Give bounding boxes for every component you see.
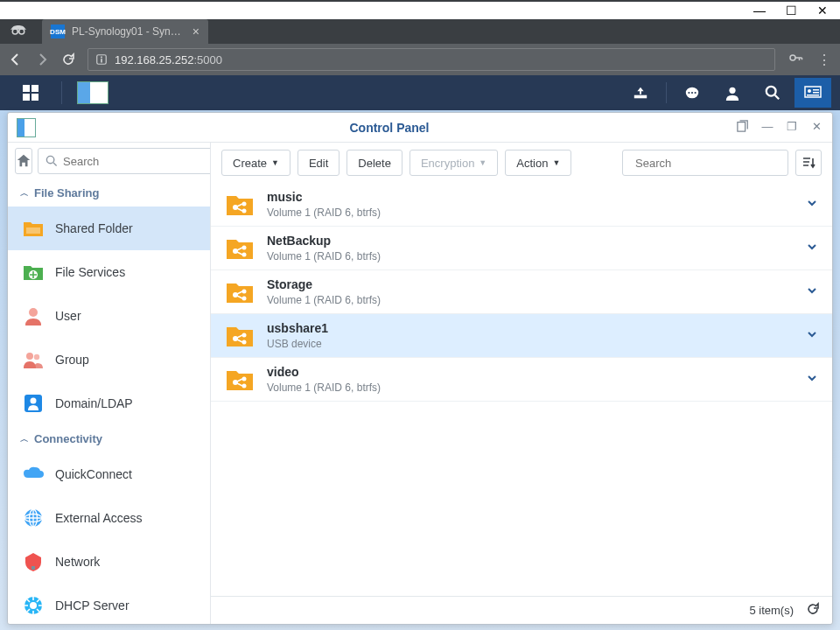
key-icon[interactable]: [788, 50, 803, 69]
window-app-icon: [17, 118, 36, 137]
sidebar: ︿ File Sharing Shared Folder File Servic…: [8, 143, 211, 624]
main-panel: Create▼ Edit Delete Encryption▼ Action▼ …: [211, 143, 832, 624]
svg-point-37: [233, 205, 238, 210]
status-bar: 5 item(s): [211, 596, 832, 624]
svg-point-40: [233, 248, 238, 254]
folder-name: Storage: [267, 277, 794, 291]
search-button[interactable]: [754, 78, 791, 108]
svg-rect-34: [32, 566, 35, 570]
sort-settings-button[interactable]: [795, 150, 822, 176]
window-maximize-button[interactable]: ❐: [785, 120, 799, 135]
upload-button[interactable]: [622, 78, 659, 108]
svg-point-36: [30, 602, 37, 609]
sidebar-search-input[interactable]: [63, 155, 210, 168]
svg-point-1: [19, 29, 24, 34]
delete-button[interactable]: Delete: [346, 150, 402, 176]
chevron-down-icon[interactable]: [806, 328, 818, 343]
taskbar-control-panel[interactable]: [71, 78, 115, 108]
chevron-down-icon[interactable]: [806, 284, 818, 299]
refresh-button[interactable]: [806, 602, 820, 619]
svg-point-28: [34, 354, 39, 360]
dsm-desktop: Control Panel — ❐ ✕: [0, 110, 840, 630]
folder-name: video: [267, 365, 794, 379]
window-help-icon[interactable]: [736, 120, 750, 135]
svg-point-23: [46, 156, 53, 163]
svg-rect-10: [634, 95, 647, 99]
folder-subtitle: Volume 1 (RAID 6, btrfs): [267, 206, 794, 219]
widgets-button[interactable]: [794, 78, 831, 108]
svg-point-42: [242, 252, 247, 256]
section-header-file-sharing[interactable]: ︿ File Sharing: [8, 179, 210, 206]
encryption-button[interactable]: Encryption▼: [410, 150, 498, 176]
svg-point-43: [233, 292, 238, 298]
chevron-down-icon[interactable]: [806, 197, 818, 212]
folder-row[interactable]: musicVolume 1 (RAID 6, btrfs): [211, 183, 832, 227]
sidebar-item-shared-folder[interactable]: Shared Folder: [8, 206, 210, 250]
nav-reload-button[interactable]: [61, 52, 75, 66]
svg-point-16: [766, 87, 776, 96]
svg-point-50: [242, 376, 247, 381]
sidebar-item-user[interactable]: User: [8, 294, 210, 338]
sidebar-item-dhcp-server[interactable]: DHCP Server: [8, 584, 210, 624]
sidebar-item-quickconnect[interactable]: QuickConnect: [8, 452, 210, 496]
svg-point-51: [242, 383, 247, 388]
svg-point-48: [242, 340, 247, 344]
main-menu-button[interactable]: [9, 78, 52, 108]
sidebar-item-label: Shared Folder: [55, 221, 133, 235]
window-minimize-icon[interactable]: —: [754, 5, 765, 16]
chevron-down-icon[interactable]: [806, 241, 818, 256]
sidebar-item-network[interactable]: Network: [8, 540, 210, 584]
shared-folder-icon: [22, 217, 45, 240]
folder-name: usbshare1: [267, 321, 794, 335]
notifications-button[interactable]: [674, 78, 710, 108]
toolbar-search-input[interactable]: [635, 157, 782, 170]
chevron-down-icon[interactable]: [806, 372, 818, 387]
sidebar-item-label: QuickConnect: [55, 467, 132, 481]
tab-favicon-icon: DSM: [51, 24, 65, 38]
folder-row[interactable]: StorageVolume 1 (RAID 6, btrfs): [211, 270, 832, 314]
address-text: 192.168.25.252:5000: [115, 53, 222, 66]
edit-button[interactable]: Edit: [298, 150, 340, 176]
folder-subtitle: USB device: [267, 338, 794, 350]
window-maximize-icon[interactable]: ☐: [786, 5, 796, 16]
incognito-icon: [10, 23, 26, 38]
sidebar-search[interactable]: [38, 148, 211, 174]
main-toolbar: Create▼ Edit Delete Encryption▼ Action▼: [211, 143, 832, 183]
nav-back-button[interactable]: [9, 52, 23, 66]
toolbar-search[interactable]: [622, 150, 788, 176]
chevron-up-icon: ︿: [20, 187, 29, 200]
address-bar[interactable]: 192.168.25.252:5000: [88, 48, 775, 71]
window-close-icon[interactable]: ✕: [817, 5, 828, 16]
home-button[interactable]: [15, 148, 32, 174]
window-controls: — ☐ ✕: [0, 2, 840, 19]
folder-row[interactable]: NetBackupVolume 1 (RAID 6, btrfs): [211, 227, 832, 270]
browser-titlebar: — ☐ ✕ DSM PL-Synology01 - Synolog ×: [0, 0, 840, 44]
tab-close-icon[interactable]: ×: [192, 24, 200, 38]
caret-down-icon: ▼: [552, 158, 560, 167]
sidebar-item-label: Group: [55, 353, 89, 367]
sidebar-item-group[interactable]: Group: [8, 338, 210, 382]
caret-down-icon: ▼: [479, 158, 486, 167]
sidebar-item-external-access[interactable]: External Access: [8, 496, 210, 540]
window-close-button[interactable]: ✕: [809, 120, 823, 135]
section-header-connectivity[interactable]: ︿ Connectivity: [8, 425, 210, 452]
folder-subtitle: Volume 1 (RAID 6, btrfs): [267, 382, 794, 394]
sidebar-item-label: Network: [55, 555, 100, 569]
action-button[interactable]: Action▼: [505, 150, 571, 176]
nav-forward-button[interactable]: [35, 52, 49, 66]
folder-row[interactable]: videoVolume 1 (RAID 6, btrfs): [211, 358, 832, 402]
folder-row[interactable]: usbshare1USB device: [211, 314, 832, 358]
svg-point-45: [242, 296, 247, 300]
sidebar-item-file-services[interactable]: File Services: [8, 250, 210, 294]
window-minimize-button[interactable]: —: [760, 120, 774, 135]
window-titlebar[interactable]: Control Panel — ❐ ✕: [8, 113, 832, 143]
share-folder-icon: [225, 367, 255, 393]
browser-tab[interactable]: DSM PL-Synology01 - Synolog ×: [42, 19, 208, 44]
svg-point-27: [26, 353, 33, 360]
browser-menu-button[interactable]: ⋮: [817, 52, 831, 68]
svg-point-12: [688, 92, 690, 94]
folder-name: music: [267, 190, 794, 204]
create-button[interactable]: Create▼: [221, 150, 290, 176]
user-button[interactable]: [714, 78, 751, 108]
sidebar-item-domain-ldap[interactable]: Domain/LDAP: [8, 382, 210, 425]
